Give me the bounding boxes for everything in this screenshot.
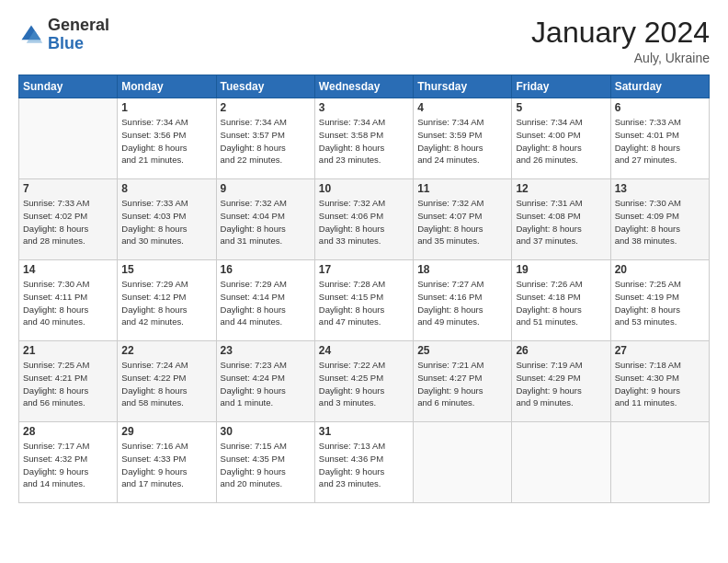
day-info: Sunrise: 7:29 AMSunset: 4:14 PMDaylight:… (221, 278, 311, 328)
table-cell: 18Sunrise: 7:27 AMSunset: 4:16 PMDayligh… (414, 260, 512, 341)
week-row-1: 1Sunrise: 7:34 AMSunset: 3:56 PMDaylight… (19, 98, 710, 179)
day-info: Sunrise: 7:23 AMSunset: 4:24 PMDaylight:… (221, 359, 311, 409)
table-cell: 20Sunrise: 7:25 AMSunset: 4:19 PMDayligh… (610, 260, 709, 341)
day-info: Sunrise: 7:33 AMSunset: 4:01 PMDaylight:… (615, 116, 705, 167)
table-cell: 29Sunrise: 7:16 AMSunset: 4:33 PMDayligh… (118, 422, 216, 503)
day-number: 21 (23, 344, 113, 357)
page-header: General Blue January 2024 Auly, Ukraine (18, 17, 710, 65)
day-info: Sunrise: 7:18 AMSunset: 4:30 PMDaylight:… (615, 359, 705, 409)
table-cell: 1Sunrise: 7:34 AMSunset: 3:56 PMDaylight… (118, 98, 216, 179)
day-number: 31 (319, 425, 409, 438)
day-number: 30 (221, 425, 311, 438)
table-cell: 12Sunrise: 7:31 AMSunset: 4:08 PMDayligh… (512, 179, 610, 260)
day-number: 20 (615, 263, 705, 276)
day-info: Sunrise: 7:34 AMSunset: 3:56 PMDaylight:… (121, 116, 211, 167)
day-number: 10 (319, 182, 409, 195)
week-row-3: 14Sunrise: 7:30 AMSunset: 4:11 PMDayligh… (19, 260, 710, 341)
day-number: 7 (23, 182, 113, 195)
day-number: 13 (615, 182, 705, 195)
day-info: Sunrise: 7:30 AMSunset: 4:11 PMDaylight:… (23, 278, 113, 328)
day-info: Sunrise: 7:34 AMSunset: 4:00 PMDaylight:… (516, 116, 606, 167)
day-number: 22 (121, 344, 211, 357)
day-info: Sunrise: 7:21 AMSunset: 4:27 PMDaylight:… (417, 359, 507, 409)
day-number: 16 (221, 263, 311, 276)
day-info: Sunrise: 7:34 AMSunset: 3:59 PMDaylight:… (417, 116, 507, 167)
col-sunday: Sunday (19, 75, 118, 98)
day-info: Sunrise: 7:34 AMSunset: 3:57 PMDaylight:… (221, 116, 311, 167)
day-number: 11 (417, 182, 507, 195)
day-info: Sunrise: 7:31 AMSunset: 4:08 PMDaylight:… (516, 197, 606, 247)
day-number: 26 (516, 344, 606, 357)
day-info: Sunrise: 7:25 AMSunset: 4:21 PMDaylight:… (23, 359, 113, 409)
table-cell: 8Sunrise: 7:33 AMSunset: 4:03 PMDaylight… (118, 179, 216, 260)
day-info: Sunrise: 7:34 AMSunset: 3:58 PMDaylight:… (319, 116, 409, 167)
day-number: 29 (121, 425, 211, 438)
col-thursday: Thursday (414, 75, 512, 98)
table-cell (19, 98, 118, 179)
col-wednesday: Wednesday (314, 75, 413, 98)
table-cell: 13Sunrise: 7:30 AMSunset: 4:09 PMDayligh… (610, 179, 709, 260)
day-info: Sunrise: 7:32 AMSunset: 4:06 PMDaylight:… (319, 197, 409, 247)
month-title: January 2024 (531, 17, 710, 49)
table-cell: 19Sunrise: 7:26 AMSunset: 4:18 PMDayligh… (512, 260, 610, 341)
table-cell: 26Sunrise: 7:19 AMSunset: 4:29 PMDayligh… (512, 341, 610, 422)
table-cell: 11Sunrise: 7:32 AMSunset: 4:07 PMDayligh… (414, 179, 512, 260)
table-cell: 17Sunrise: 7:28 AMSunset: 4:15 PMDayligh… (314, 260, 413, 341)
table-cell: 2Sunrise: 7:34 AMSunset: 3:57 PMDaylight… (216, 98, 314, 179)
table-cell: 28Sunrise: 7:17 AMSunset: 4:32 PMDayligh… (19, 422, 118, 503)
day-info: Sunrise: 7:30 AMSunset: 4:09 PMDaylight:… (615, 197, 705, 247)
day-number: 1 (121, 101, 211, 114)
day-number: 14 (23, 263, 113, 276)
day-number: 19 (516, 263, 606, 276)
table-cell (414, 422, 512, 503)
location: Auly, Ukraine (531, 51, 710, 65)
day-number: 17 (319, 263, 409, 276)
table-cell: 14Sunrise: 7:30 AMSunset: 4:11 PMDayligh… (19, 260, 118, 341)
day-info: Sunrise: 7:16 AMSunset: 4:33 PMDaylight:… (121, 440, 211, 490)
table-cell: 10Sunrise: 7:32 AMSunset: 4:06 PMDayligh… (314, 179, 413, 260)
table-cell (610, 422, 709, 503)
day-number: 24 (319, 344, 409, 357)
day-info: Sunrise: 7:33 AMSunset: 4:03 PMDaylight:… (121, 197, 211, 247)
col-saturday: Saturday (610, 75, 709, 98)
day-number: 9 (221, 182, 311, 195)
day-number: 18 (417, 263, 507, 276)
day-info: Sunrise: 7:29 AMSunset: 4:12 PMDaylight:… (121, 278, 211, 328)
day-info: Sunrise: 7:32 AMSunset: 4:04 PMDaylight:… (221, 197, 311, 247)
day-number: 25 (417, 344, 507, 357)
day-number: 2 (221, 101, 311, 114)
day-number: 12 (516, 182, 606, 195)
logo-icon (18, 22, 44, 48)
day-info: Sunrise: 7:15 AMSunset: 4:35 PMDaylight:… (221, 440, 311, 490)
day-number: 15 (121, 263, 211, 276)
day-number: 6 (615, 101, 705, 114)
day-number: 27 (615, 344, 705, 357)
table-cell (512, 422, 610, 503)
day-info: Sunrise: 7:17 AMSunset: 4:32 PMDaylight:… (23, 440, 113, 490)
table-cell: 30Sunrise: 7:15 AMSunset: 4:35 PMDayligh… (216, 422, 314, 503)
day-number: 4 (417, 101, 507, 114)
table-cell: 24Sunrise: 7:22 AMSunset: 4:25 PMDayligh… (314, 341, 413, 422)
day-info: Sunrise: 7:32 AMSunset: 4:07 PMDaylight:… (417, 197, 507, 247)
day-info: Sunrise: 7:19 AMSunset: 4:29 PMDaylight:… (516, 359, 606, 409)
day-number: 28 (23, 425, 113, 438)
day-number: 8 (121, 182, 211, 195)
table-cell: 4Sunrise: 7:34 AMSunset: 3:59 PMDaylight… (414, 98, 512, 179)
table-cell: 16Sunrise: 7:29 AMSunset: 4:14 PMDayligh… (216, 260, 314, 341)
day-info: Sunrise: 7:25 AMSunset: 4:19 PMDaylight:… (615, 278, 705, 328)
col-monday: Monday (118, 75, 216, 98)
table-cell: 25Sunrise: 7:21 AMSunset: 4:27 PMDayligh… (414, 341, 512, 422)
table-cell: 22Sunrise: 7:24 AMSunset: 4:22 PMDayligh… (118, 341, 216, 422)
day-info: Sunrise: 7:13 AMSunset: 4:36 PMDaylight:… (319, 440, 409, 490)
col-tuesday: Tuesday (216, 75, 314, 98)
day-info: Sunrise: 7:27 AMSunset: 4:16 PMDaylight:… (417, 278, 507, 328)
day-number: 5 (516, 101, 606, 114)
week-row-4: 21Sunrise: 7:25 AMSunset: 4:21 PMDayligh… (19, 341, 710, 422)
table-cell: 5Sunrise: 7:34 AMSunset: 4:00 PMDaylight… (512, 98, 610, 179)
table-cell: 9Sunrise: 7:32 AMSunset: 4:04 PMDaylight… (216, 179, 314, 260)
day-info: Sunrise: 7:24 AMSunset: 4:22 PMDaylight:… (121, 359, 211, 409)
day-info: Sunrise: 7:28 AMSunset: 4:15 PMDaylight:… (319, 278, 409, 328)
calendar-table: Sunday Monday Tuesday Wednesday Thursday… (18, 75, 710, 503)
day-number: 23 (221, 344, 311, 357)
table-cell: 21Sunrise: 7:25 AMSunset: 4:21 PMDayligh… (19, 341, 118, 422)
